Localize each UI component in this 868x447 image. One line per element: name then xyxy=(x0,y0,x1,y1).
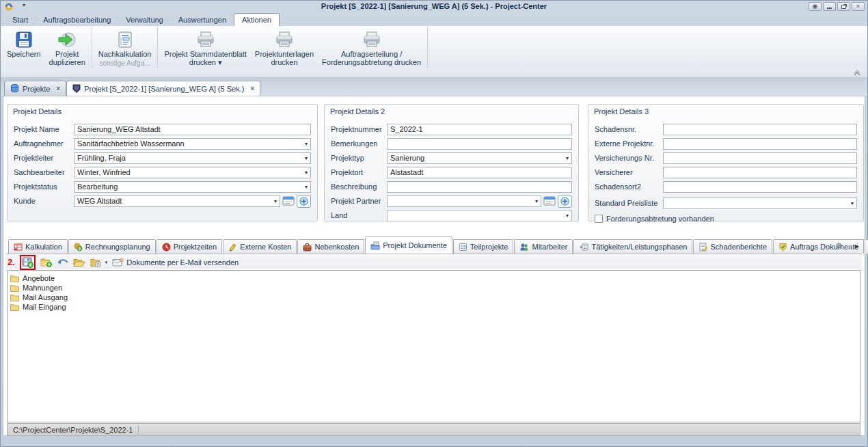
land-select[interactable]: ▾ xyxy=(387,210,572,221)
plus-icon xyxy=(560,197,569,206)
standard-preisliste-select[interactable]: ▾ xyxy=(663,198,857,209)
tab-schadenberichte[interactable]: Schadenberichte xyxy=(693,239,772,254)
tab-projekte[interactable]: Projekte × xyxy=(4,81,66,96)
tab-taetigkeiten[interactable]: Tätigkeiten/Leistungsphasen xyxy=(573,239,692,254)
schadensort2-input[interactable] xyxy=(663,181,857,193)
open-folder-button[interactable] xyxy=(73,258,85,267)
annotation-highlight-box xyxy=(20,255,36,270)
undo-button[interactable] xyxy=(57,258,68,267)
tree-item-angebote[interactable]: Angebote xyxy=(8,273,860,283)
document-tab-bar: Projekte × Projekt [S_2022-1] [Sanierung… xyxy=(1,78,867,96)
tab-close-icon[interactable]: × xyxy=(56,85,60,92)
tab-projektzeiten[interactable]: Projektzeiten xyxy=(157,239,223,254)
dropdown-arrow-icon[interactable]: ▾ xyxy=(563,155,569,161)
tab-kalkulation[interactable]: Kalkulation xyxy=(8,239,68,254)
dropdown-arrow-icon[interactable]: ▾ xyxy=(302,184,308,190)
projektnummer-input[interactable]: S_2022-1 xyxy=(387,124,572,135)
sachbearbeiter-select[interactable]: Winter, Winfried▾ xyxy=(74,167,311,178)
partner-add-button[interactable] xyxy=(558,195,572,208)
tab-scroll-right-icon[interactable]: ▶ xyxy=(855,243,859,249)
field-label: Schadensnr. xyxy=(595,125,663,133)
folder-icon xyxy=(10,284,19,292)
folder-archive-button[interactable]: ▾ xyxy=(90,258,108,267)
tab-rechnungsplanung[interactable]: $ Rechnungsplanung xyxy=(68,239,156,254)
tab-teilprojekte[interactable]: 15 Teilprojekte xyxy=(453,239,514,254)
dropdown-arrow-icon[interactable]: ▾ xyxy=(302,155,308,161)
kunde-select[interactable]: WEG Altstadt▾ xyxy=(74,195,280,207)
save-document-icon[interactable] xyxy=(22,257,33,268)
restore-icon xyxy=(841,5,846,9)
ribbon-tab-auftragsbearbeitung[interactable]: Auftragsbearbeitung xyxy=(36,14,118,26)
tab-aktivitaeten[interactable]: Aktivitäten xyxy=(865,239,868,254)
projekttyp-select[interactable]: Sanierung▾ xyxy=(387,152,572,164)
tab-settings-gear-icon[interactable]: ⚙ xyxy=(835,241,843,251)
tab-close-icon[interactable]: × xyxy=(250,85,254,92)
projekt-name-input[interactable]: Sanierung_WEG Altstadt xyxy=(74,124,311,135)
forderungsabtretung-checkbox[interactable] xyxy=(595,215,603,223)
stammdatenblatt-drucken-button[interactable]: Projekt Stammdatenblattdrucken ▾ xyxy=(160,28,250,68)
tab-externe-kosten[interactable]: Externe Kosten xyxy=(223,239,297,254)
dropdown-arrow-icon[interactable]: ▾ xyxy=(105,260,108,265)
bemerkungen-input[interactable] xyxy=(387,138,572,150)
ribbon-tab-start[interactable]: Start xyxy=(5,14,36,26)
nachkalkulation-button[interactable]: Nachkalkulation xyxy=(94,28,156,59)
folder-disc-icon xyxy=(90,258,102,267)
projekt-duplizieren-button[interactable]: Projektduplizieren xyxy=(45,28,90,68)
field-label: Schadensort2 xyxy=(595,182,663,191)
nebenkosten-icon xyxy=(303,243,312,252)
tab-scroll-left-icon[interactable]: ◀ xyxy=(847,243,851,249)
ribbon-collapse-icon[interactable] xyxy=(852,70,862,77)
field-label: Standard Preisliste xyxy=(595,199,663,207)
ribbon-group-label-sonstige: sonstige Aufga... xyxy=(93,59,157,69)
tree-item-mail-eingang[interactable]: Mail Eingang xyxy=(8,302,860,312)
field-label: Projektnummer xyxy=(331,125,387,133)
versicherer-input[interactable] xyxy=(663,167,857,178)
projekt-partner-select[interactable]: ▾ xyxy=(387,195,541,207)
add-document-button[interactable] xyxy=(40,257,52,267)
dropdown-arrow-icon[interactable]: ▾ xyxy=(848,200,854,206)
beschreibung-input[interactable] xyxy=(387,181,572,193)
panel-projekt-details-3: Projekt Details 3 Schadensnr. Externe Pr… xyxy=(588,104,864,221)
tab-mitarbeiter[interactable]: Mitarbeiter xyxy=(514,239,573,254)
partner-lookup-icon[interactable] xyxy=(543,196,556,206)
ribbon-tab-verwaltung[interactable]: Verwaltung xyxy=(118,14,170,26)
projektort-input[interactable]: Alstastadt xyxy=(387,167,572,178)
projektleiter-select[interactable]: Frühling, Fraja▾ xyxy=(74,152,311,164)
field-label: Sachbearbeiter xyxy=(14,168,74,176)
projektunterlagen-drucken-button[interactable]: Projektunterlagendrucken xyxy=(251,28,318,68)
email-envelope-icon xyxy=(112,258,124,267)
projektstatus-select[interactable]: Bearbeitung▾ xyxy=(74,181,311,193)
schadensnr-input[interactable] xyxy=(663,124,857,135)
field-label: Beschreibung xyxy=(331,182,387,191)
auftragnehmer-select[interactable]: Sanitärfachbetrieb Wassermann▾ xyxy=(74,138,311,150)
fullscreen-button[interactable]: ◉ xyxy=(809,2,822,11)
tree-item-mail-ausgang[interactable]: Mail Ausgang xyxy=(8,293,860,302)
auftragserteilung-drucken-button[interactable]: Auftragserteilung /Forderungsabtretung d… xyxy=(318,28,425,68)
send-documents-email-button[interactable]: Dokumente per E-Mail versenden xyxy=(112,258,239,267)
printer-icon xyxy=(274,29,295,50)
ribbon-tab-auswertungen[interactable]: Auswertungen xyxy=(171,14,234,26)
ribbon-tab-aktionen[interactable]: Aktionen xyxy=(234,13,280,26)
kunde-lookup-icon[interactable] xyxy=(282,196,295,206)
documents-status-bar: C:\ProjectCenter\Projekte\S_2022-1 xyxy=(7,423,860,436)
teilprojekte-icon: 15 xyxy=(459,243,467,252)
dropdown-arrow-icon[interactable]: ▾ xyxy=(532,198,538,204)
dropdown-arrow-icon[interactable]: ▾ xyxy=(302,170,308,176)
versicherungs-nr-input[interactable] xyxy=(663,152,857,164)
dropdown-arrow-icon[interactable]: ▾ xyxy=(302,141,308,147)
dropdown-arrow-icon[interactable]: ▾ xyxy=(563,213,569,219)
restore-button[interactable] xyxy=(837,2,850,11)
kunde-add-button[interactable] xyxy=(297,195,311,208)
projekt-dokumente-icon xyxy=(370,241,380,250)
tab-nebenkosten[interactable]: Nebenkosten xyxy=(297,239,364,254)
tab-projekt-detail[interactable]: Projekt [S_2022-1] [Sanierung_WEG A] (5 … xyxy=(66,81,260,96)
tree-item-mahnungen[interactable]: Mahnungen xyxy=(8,283,860,293)
dropdown-arrow-icon[interactable]: ▾ xyxy=(271,198,277,204)
speichern-button[interactable]: Speichern xyxy=(3,28,45,59)
tab-projekt-detail-label: Projekt [S_2022-1] [Sanierung_WEG A] (5 … xyxy=(84,85,244,93)
tab-projekt-dokumente[interactable]: Projekt Dokumente xyxy=(365,236,452,254)
minimize-button[interactable] xyxy=(823,2,836,11)
close-button[interactable]: × xyxy=(852,2,865,11)
minimize-icon xyxy=(827,8,832,9)
externe-projektnr-input[interactable] xyxy=(663,138,857,150)
